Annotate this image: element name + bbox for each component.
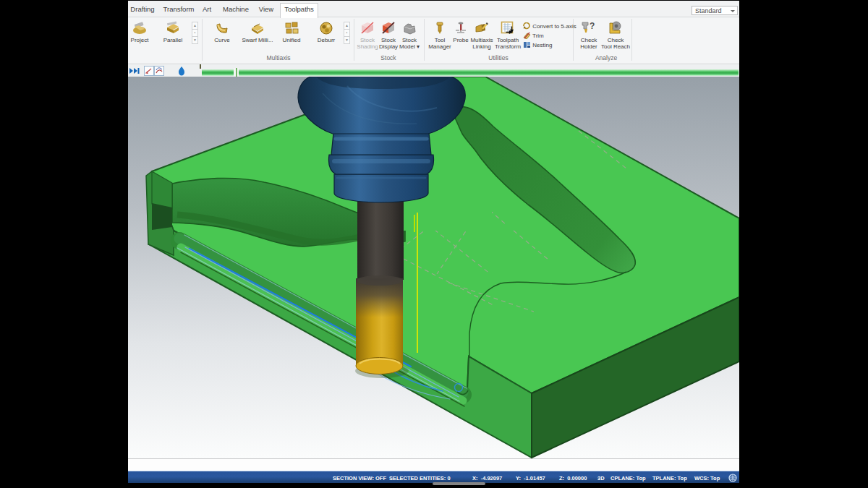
svg-text:?: ? xyxy=(590,21,595,31)
